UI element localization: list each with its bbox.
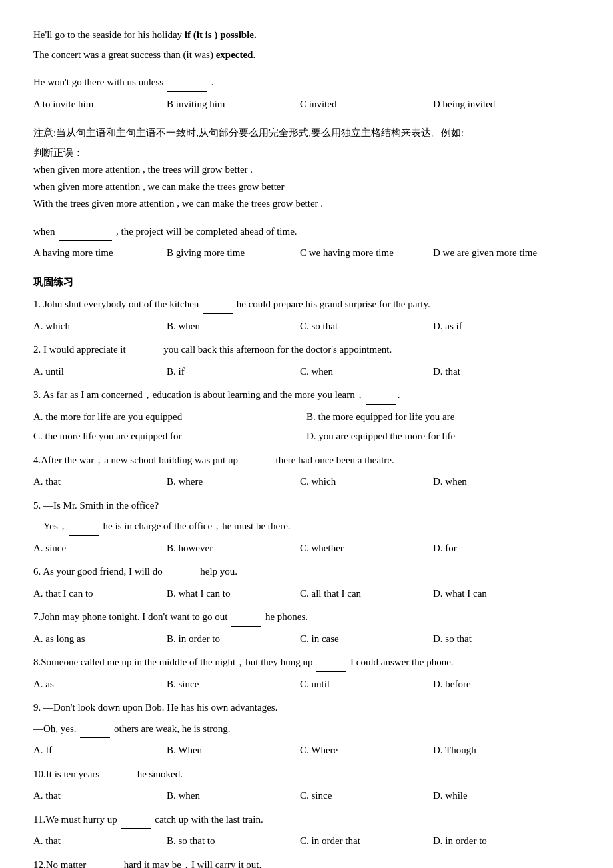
ex-q3-opt-d: D. you are equipped the more for life [306,428,580,445]
ex-q4-opt-a: A. that [33,473,140,491]
ex-q8-opt-c: C. until [300,676,406,693]
ex-q2-text: 2. I would appreciate it you call back t… [33,341,580,359]
ex-q5-blank [69,518,99,536]
ex-q5-text2: —Yes， he is in charge of the office，he m… [33,518,580,536]
ex-q7-opt-d: D. so that [433,631,540,648]
note-title: 注意:当从句主语和主句主语不一致时,从句部分要么用完全形式,要么用独立主格结构来… [33,125,580,142]
ex-q10-text: 10.It is ten years he smoked. [33,766,580,784]
ex-q5-dialog2: —Yes， [33,521,68,531]
ex-q3-opt-a: A. the more for life are you equipped [33,409,306,426]
ex-q7-text: 7.John may phone tonight. I don't want t… [33,609,580,627]
note-section: 注意:当从句主语和主句主语不一致时,从句部分要么用完全形式,要么用独立主格结构来… [33,125,580,213]
ex-q4-num: 4.After the war，a new school building wa… [33,455,241,465]
ex-q5-options: A. since B. however C. whether D. for [33,540,580,557]
ex-q7-num: 7.John may phone tonight. I don't want t… [33,611,230,622]
ex-q2-num: 2. I would appreciate it [33,344,128,355]
ex-q4-text: 4.After the war，a new school building wa… [33,452,580,470]
ex-q8-opt-d: D. before [433,676,540,693]
ex-q7-opt-a: A. as long as [33,631,140,648]
ex-q8-options: A. as B. since C. until D. before [33,676,580,693]
ex-q6-opt-c: C. all that I can [300,585,406,603]
ex-q3-text: 3. As far as I am concerned，education is… [33,387,580,405]
ex-q7-blank [231,609,261,627]
ex-q10-opt-a: A. that [33,787,140,805]
ex-q3-num: 3. As far as I am concerned，education is… [33,389,365,400]
ex-q11-opt-b: B. so that to [167,833,273,850]
ex-q3-rest: . [398,389,400,400]
ex-q12-text: 12.No matter hard it may be，I will carry… [33,857,580,869]
q2-options: A having more time B giving more time C … [33,245,580,262]
ex-q10-num: 10.It is ten years [33,769,102,779]
ex-q7-rest: he phones. [263,611,308,622]
ex-q10-blank [103,766,133,784]
ex-q9-dialog1: 9. —Don't look down upon Bob. He has his… [33,702,277,713]
q1-opt-a: A to invite him [33,96,140,113]
ex-q9-dialog2: —Oh, yes. [33,723,79,734]
ex-q2-opt-a: A. until [33,363,140,381]
intro-line1-text: He'll go to the seaside for his holiday [33,29,185,40]
ex-q5-text: 5. —Is Mr. Smith in the office? [33,497,580,515]
ex-q6-text: 6. As your good friend, I will do help y… [33,563,580,581]
ex-q4-blank [242,452,272,470]
q2-when: when [33,226,55,237]
q2-opt-b: B giving more time [167,245,273,262]
ex-q10-rest: he smoked. [135,769,183,779]
blank-question-2: when , the project will be completed ahe… [33,223,580,262]
ex-q5-opt-b: B. however [167,540,273,557]
ex-q3-opt-c: C. the more life you are equipped for [33,428,306,445]
ex-q5-opt-c: C. whether [300,540,406,557]
ex-q4-options: A. that B. where C. which D. when [33,473,580,491]
q1-period: . [211,77,214,87]
ex-q3-options: A. the more for life are you equipped B.… [33,409,580,445]
ex-q11-num: 11.We must hurry up [33,814,119,825]
ex-q5-opt-a: A. since [33,540,140,557]
q2-opt-c: C we having more time [300,245,406,262]
ex-q8-rest: I could answer the phone. [348,657,453,667]
ex-q2-opt-c: C. when [300,363,406,381]
ex-q6-opt-a: A. that I can to [33,585,140,603]
q1-options: A to invite him B inviting him C invited… [33,96,580,113]
ex-q8-blank [316,654,346,672]
q1-stem: He won't go there with us unless [33,77,163,87]
ex-q5-rest: he is in charge of the office，he must be… [101,521,291,531]
note-line-1: when given more attention , the trees wi… [33,161,580,179]
ex-q7-opt-b: B. in order to [167,631,273,648]
ex-q2-opt-d: D. that [433,363,540,381]
ex-q1-options: A. which B. when C. so that D. as if [33,318,580,335]
q1-text: He won't go there with us unless . [33,74,580,92]
ex-q11-blank [121,811,151,829]
ex-q7-options: A. as long as B. in order to C. in case … [33,631,580,648]
note-subtitle: 判断正误： [33,145,580,162]
ex-q2-blank [129,341,159,359]
ex-q5-opt-d: D. for [433,540,540,557]
ex-q9-opt-d: D. Though [433,742,540,759]
q2-opt-a: A having more time [33,245,140,262]
ex-q1-opt-d: D. as if [433,318,540,335]
intro-line-1: He'll go to the seaside for his holiday … [33,27,580,44]
ex-q9-blank [80,721,110,739]
intro-line2-text: The concert was a great success than (it… [33,49,216,60]
q1-opt-d: D being invited [433,96,540,113]
ex-q1-opt-b: B. when [167,318,273,335]
q1-opt-b: B inviting him [167,96,273,113]
ex-q2-options: A. until B. if C. when D. that [33,363,580,381]
ex-q8-opt-a: A. as [33,676,140,693]
ex-q7-opt-c: C. in case [300,631,406,648]
ex-q9-opt-a: A. If [33,742,140,759]
ex-q11-opt-d: D. in order to [433,833,540,850]
ex-q1-opt-c: C. so that [300,318,406,335]
ex-q10-opt-b: B. when [167,787,273,805]
ex-q5-dialog1: 5. —Is Mr. Smith in the office? [33,500,159,511]
ex-q4-rest: there had once been a theatre. [273,455,394,465]
blank-question-1: He won't go there with us unless . A to … [33,74,580,113]
ex-q8-text: 8.Someone called me up in the middle of … [33,654,580,672]
intro-line1-bold: if (it is ) possible. [185,29,257,40]
ex-q6-blank [166,563,196,581]
q1-opt-c: C invited [300,96,406,113]
ex-q6-rest: help you. [197,566,237,577]
ex-q12-blank [90,857,120,869]
ex-q9-text: 9. —Don't look down upon Bob. He has his… [33,699,580,717]
ex-q12-num: 12.No matter [33,859,89,869]
ex-q12-rest: hard it may be，I will carry it out. [121,859,261,869]
ex-q10-options: A. that B. when C. since D. while [33,787,580,805]
